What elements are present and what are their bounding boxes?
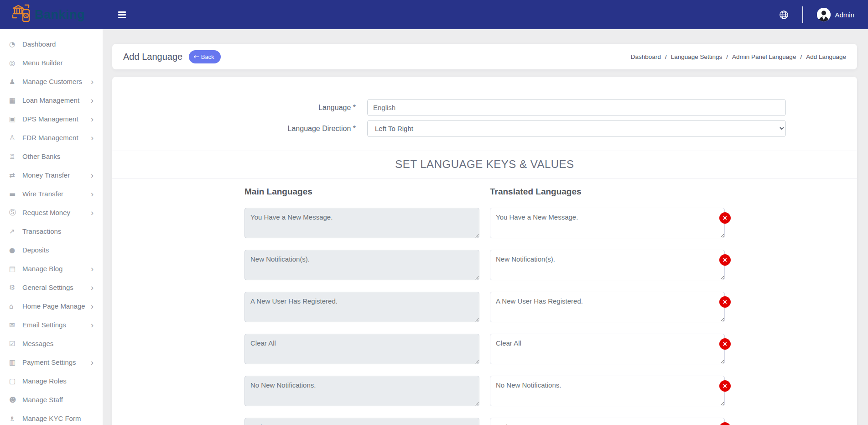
sidebar-item-email-settings[interactable]: ✉ Email Settings › (0, 315, 103, 334)
wallet-icon: ▬ (9, 190, 20, 198)
translated-language-textarea[interactable]: New Notification(s). (490, 250, 725, 280)
translated-language-textarea[interactable]: A New User Has Registered. (490, 292, 725, 322)
chevron-right-icon: › (91, 302, 94, 310)
sidebar-item-fdr-management[interactable]: ♙ FDR Management › (0, 128, 103, 147)
sidebar-item-manage-roles[interactable]: ▢ Manage Roles (0, 372, 103, 390)
breadcrumb-item-dashboard[interactable]: Dashboard (631, 53, 661, 60)
section-title: SET LANGUAGE KEYS & VALUES (112, 151, 857, 178)
breadcrumb-item-language-settings[interactable]: Language Settings (671, 53, 722, 60)
delete-row-button[interactable]: × (719, 380, 731, 392)
main-language-textarea[interactable]: No New Notifications. (244, 376, 479, 406)
dashboard-icon: ◔ (9, 40, 20, 48)
main-language-textarea[interactable]: You Have a New Message. (244, 208, 479, 238)
loan-icon: ▦ (9, 96, 20, 105)
language-direction-label: Language Direction * (112, 125, 356, 133)
hamburger-menu-icon[interactable] (118, 10, 126, 20)
sidebar-item-manage-staff[interactable]: ☻ Manage Staff (0, 390, 103, 409)
roles-icon: ▢ (9, 377, 20, 385)
page-header-card: Add Language ← Back Dashboard/Language S… (112, 44, 857, 69)
sidebar-item-menu-builder[interactable]: ◎ Menu Builder (0, 53, 103, 72)
fdr-icon: ♙ (9, 134, 20, 142)
sidebar-item-request-money[interactable]: Ⓢ Request Money › (0, 203, 103, 222)
main-language-textarea[interactable]: A New User Has Registered. (244, 292, 479, 322)
chart-line-icon: ↗ (9, 227, 20, 236)
delete-row-button[interactable]: × (719, 212, 731, 224)
language-key-row: No New Notifications. No New Notificatio… (244, 376, 725, 408)
chevron-right-icon: › (91, 78, 94, 86)
translated-language-textarea[interactable]: You Have a New Message. (490, 208, 725, 238)
language-direction-select[interactable]: Left To Right (367, 120, 786, 137)
language-rows: You Have a New Message. You Have a New M… (244, 208, 725, 425)
sidebar-item-manage-customers[interactable]: ♟ Manage Customers › (0, 72, 103, 91)
breadcrumb-separator: / (800, 53, 802, 60)
admin-name: Admin (835, 11, 854, 19)
request-money-icon: Ⓢ (9, 208, 20, 217)
inbox-icon: ☑ (9, 340, 20, 348)
main-language-textarea[interactable]: Welcome! (244, 418, 479, 425)
bank-icon: ♖ (9, 152, 20, 161)
main-language-textarea[interactable]: Clear All (244, 334, 479, 364)
breadcrumb-item-add-language[interactable]: Add Language (806, 53, 846, 60)
sidebar-item-money-transfer[interactable]: ⇄ Money Transfer › (0, 166, 103, 184)
translated-language-textarea[interactable]: No New Notifications. (490, 376, 725, 406)
staff-icon: ☻ (9, 396, 20, 404)
sidebar-item-general-settings[interactable]: ⚙ General Settings › (0, 278, 103, 297)
chevron-right-icon: › (91, 283, 94, 292)
sidebar-item-payment-settings[interactable]: ▥ Payment Settings › (0, 353, 103, 372)
language-key-row: New Notification(s). New Notification(s)… (244, 250, 725, 282)
gears-icon: ⚙ (9, 283, 20, 292)
main-languages-heading: Main Languages (244, 187, 479, 197)
sidebar-item-manage-kyc-form[interactable]: ♗ Manage KYC Form (0, 409, 103, 425)
translated-language-textarea[interactable]: Clear All (490, 334, 725, 364)
delete-row-button[interactable]: × (719, 254, 731, 266)
dps-icon: ▣ (9, 115, 20, 123)
sidebar-item-wire-transfer[interactable]: ▬ Wire Transfer › (0, 184, 103, 203)
customers-icon: ♟ (9, 78, 20, 86)
credit-card-icon: ▥ (9, 358, 20, 367)
section-divider-bottom (112, 178, 857, 178)
chevron-right-icon: › (91, 134, 94, 142)
svg-text:$: $ (25, 14, 27, 18)
sidebar-menu: ◔ Dashboard ◎ Menu Builder ♟ Manage Cust… (0, 29, 103, 425)
translated-languages-heading: Translated Languages (490, 187, 725, 197)
add-language-card: Language * Language Direction * Left To … (112, 77, 857, 425)
translated-language-textarea[interactable]: Welcome! (490, 418, 725, 425)
sidebar-item-dps-management[interactable]: ▣ DPS Management › (0, 110, 103, 128)
language-label: Language * (112, 104, 356, 112)
language-key-row: Welcome! Welcome! × (244, 418, 725, 425)
user-menu[interactable]: Admin (817, 8, 854, 21)
language-key-row: You Have a New Message. You Have a New M… (244, 208, 725, 240)
breadcrumb-item-admin-panel-language[interactable]: Admin Panel Language (732, 53, 796, 60)
sidebar-item-deposits[interactable]: ● Deposits (0, 241, 103, 259)
language-input[interactable] (367, 99, 786, 116)
delete-row-button[interactable]: × (719, 338, 731, 350)
chevron-right-icon: › (91, 190, 94, 198)
sidebar-item-loan-management[interactable]: ▦ Loan Management › (0, 91, 103, 110)
top-navbar: $ Banking Admin (0, 0, 868, 29)
chevron-right-icon: › (91, 115, 94, 123)
delete-row-button[interactable]: × (719, 296, 731, 308)
sidebar: ◔ Dashboard ◎ Menu Builder ♟ Manage Cust… (0, 29, 103, 425)
language-globe-icon[interactable] (779, 10, 789, 20)
newspaper-icon: ▤ (9, 265, 20, 273)
sidebar-item-other-banks[interactable]: ♖ Other Banks (0, 147, 103, 166)
brand[interactable]: $ Banking (0, 0, 103, 29)
language-key-row: Clear All Clear All × (244, 334, 725, 366)
brand-name: Banking (35, 8, 85, 22)
language-direction-form-row: Language Direction * Left To Right (112, 120, 857, 137)
sidebar-item-manage-blog[interactable]: ▤ Manage Blog › (0, 259, 103, 278)
sidebar-item-messages[interactable]: ☑ Messages (0, 334, 103, 353)
back-button[interactable]: ← Back (189, 50, 220, 63)
sidebar-item-dashboard[interactable]: ◔ Dashboard (0, 35, 103, 53)
language-key-row: A New User Has Registered. A New User Ha… (244, 292, 725, 324)
main-language-textarea[interactable]: New Notification(s). (244, 250, 479, 280)
sidebar-item-home-page-manage[interactable]: ⌂ Home Page Manage › (0, 297, 103, 315)
page-title: Add Language (123, 52, 182, 62)
kyc-person-icon: ♗ (9, 415, 20, 423)
breadcrumb-separator: / (726, 53, 728, 60)
chevron-right-icon: › (91, 321, 94, 329)
chevron-right-icon: › (91, 265, 94, 273)
sidebar-item-transactions[interactable]: ↗ Transactions (0, 222, 103, 241)
money-transfer-icon: ⇄ (9, 171, 20, 179)
home-icon: ⌂ (9, 302, 20, 310)
